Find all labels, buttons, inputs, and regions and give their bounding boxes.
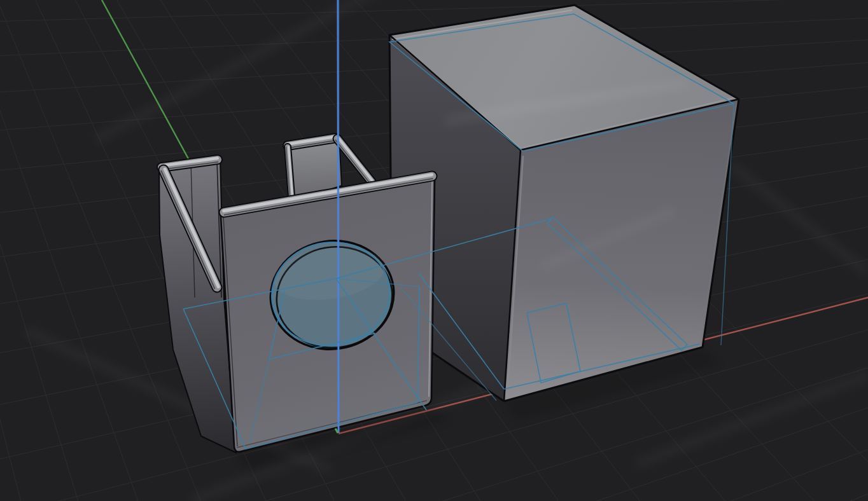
grid-line xyxy=(0,0,868,21)
rim-segment xyxy=(339,138,373,181)
viewport[interactable] xyxy=(0,0,868,501)
open-box-front-wall[interactable] xyxy=(221,175,435,452)
grid-line xyxy=(0,0,21,501)
light-streak xyxy=(732,165,868,273)
grid-line xyxy=(0,0,78,501)
cube-object[interactable] xyxy=(389,5,739,401)
grid-line xyxy=(0,0,138,501)
viewport-canvas[interactable] xyxy=(0,0,868,501)
grid-line xyxy=(0,450,868,501)
grid-line xyxy=(0,494,868,501)
z-axis-line xyxy=(338,0,339,433)
grid-line xyxy=(0,367,868,501)
